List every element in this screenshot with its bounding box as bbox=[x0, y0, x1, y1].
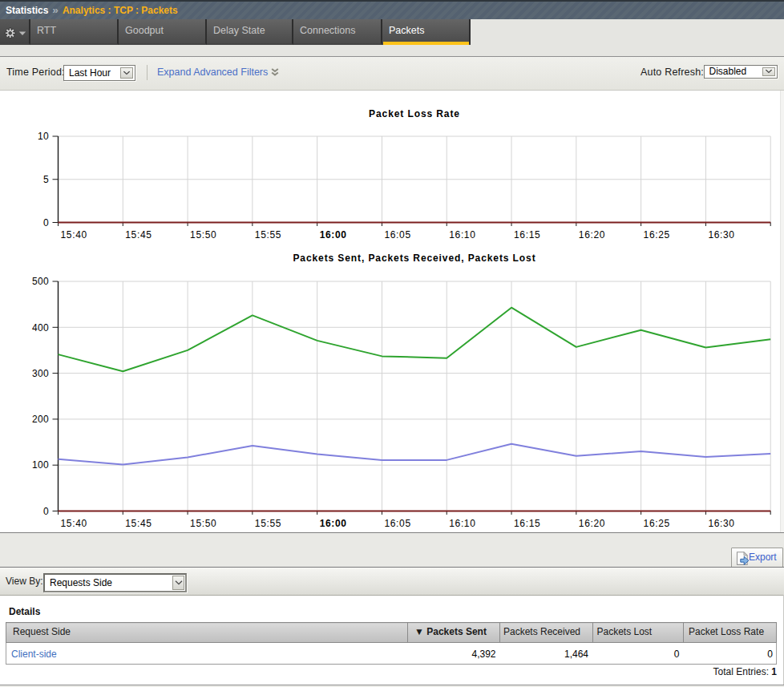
svg-text:16:00: 16:00 bbox=[320, 518, 347, 529]
svg-text:16:30: 16:30 bbox=[708, 518, 734, 529]
svg-text:16:30: 16:30 bbox=[708, 229, 734, 240]
svg-text:16:25: 16:25 bbox=[644, 518, 670, 529]
svg-text:200: 200 bbox=[32, 414, 49, 425]
svg-text:Packet Loss Rate: Packet Loss Rate bbox=[369, 108, 460, 119]
svg-text:15:45: 15:45 bbox=[125, 229, 152, 240]
svg-text:16:25: 16:25 bbox=[644, 229, 670, 240]
svg-text:Packets Sent, Packets Received: Packets Sent, Packets Received, Packets … bbox=[293, 253, 535, 264]
svg-text:16:15: 16:15 bbox=[514, 229, 540, 240]
svg-text:15:55: 15:55 bbox=[255, 229, 281, 240]
svg-text:500: 500 bbox=[32, 276, 49, 287]
svg-text:15:55: 15:55 bbox=[255, 518, 281, 529]
svg-text:16:15: 16:15 bbox=[514, 518, 540, 529]
svg-text:100: 100 bbox=[32, 459, 49, 471]
svg-text:10: 10 bbox=[38, 131, 49, 142]
svg-text:16:05: 16:05 bbox=[384, 518, 410, 529]
svg-text:16:20: 16:20 bbox=[579, 518, 605, 529]
svg-text:15:40: 15:40 bbox=[61, 229, 87, 240]
svg-text:16:10: 16:10 bbox=[449, 229, 475, 240]
svg-text:5: 5 bbox=[43, 174, 49, 185]
svg-text:16:20: 16:20 bbox=[579, 229, 605, 240]
svg-text:300: 300 bbox=[32, 368, 49, 379]
svg-text:15:40: 15:40 bbox=[61, 518, 87, 529]
svg-text:15:50: 15:50 bbox=[190, 229, 216, 240]
svg-text:15:50: 15:50 bbox=[190, 518, 216, 529]
svg-text:0: 0 bbox=[43, 217, 49, 228]
svg-text:15:45: 15:45 bbox=[125, 518, 152, 529]
svg-text:400: 400 bbox=[32, 322, 49, 333]
svg-text:16:05: 16:05 bbox=[384, 229, 410, 240]
svg-text:0: 0 bbox=[43, 506, 49, 517]
svg-text:16:00: 16:00 bbox=[320, 229, 347, 240]
svg-text:16:10: 16:10 bbox=[449, 518, 475, 529]
